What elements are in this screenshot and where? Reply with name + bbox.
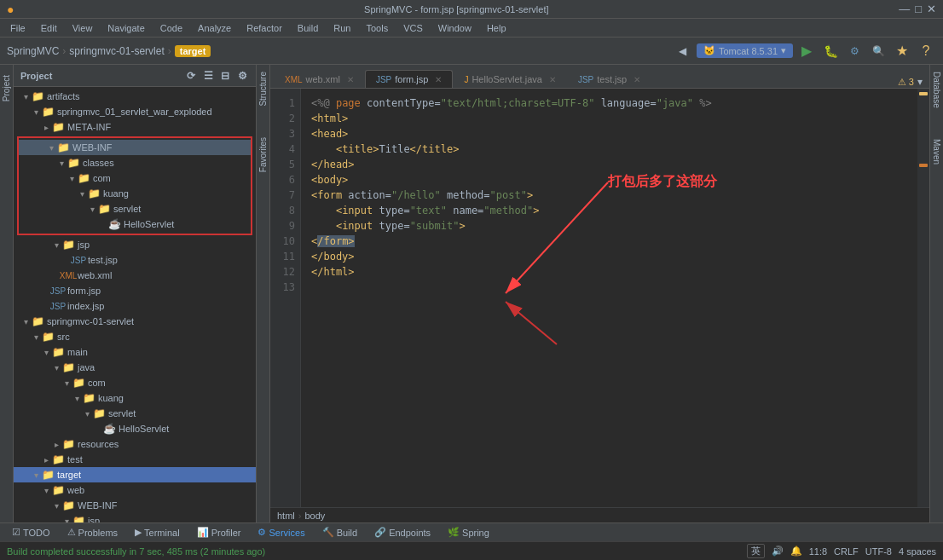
search-btn[interactable]: 🔍 (868, 41, 888, 61)
menu-item-file[interactable]: File (3, 21, 32, 35)
folder-main-icon: 📁 (51, 345, 65, 359)
folder-com2-icon: 📁 (72, 376, 85, 390)
tree-item-jsp2[interactable]: ▾ 📁 jsp (14, 513, 256, 522)
arrow-springmvc01: ▾ (20, 317, 31, 326)
tree-item-formjsp1[interactable]: JSP form.jsp (14, 283, 256, 298)
code-line-3: <head> (311, 126, 907, 141)
collapse-icon[interactable]: ⊟ (218, 69, 232, 83)
breadcrumb-springmvc[interactable]: SpringMVC (7, 45, 59, 57)
tree-item-servlet2[interactable]: ▾ 📁 servlet (14, 406, 256, 421)
tree-item-indexjsp1[interactable]: JSP index.jsp (14, 298, 256, 314)
menu-item-edit[interactable]: Edit (34, 21, 64, 35)
build-btn[interactable]: ⚙ (844, 41, 865, 61)
tree-item-test[interactable]: ▸ 📁 test (14, 452, 256, 467)
menu-item-vcs[interactable]: VCS (396, 21, 430, 35)
tab-formjsp-close[interactable]: ✕ (435, 75, 442, 84)
arrow-test: ▸ (41, 455, 51, 465)
favorites-tab[interactable]: Favorites (257, 130, 269, 179)
tree-item-classes[interactable]: ▾ 📁 classes (19, 155, 251, 170)
tree-item-kuang2[interactable]: ▾ 📁 kuang (14, 390, 256, 406)
tree-item-web[interactable]: ▾ 📁 web (14, 482, 256, 498)
web-label: web (67, 485, 84, 495)
run-btn[interactable]: ▶ (796, 41, 817, 61)
tree-item-artifacts[interactable]: ▾ 📁 artifacts (14, 89, 256, 104)
expand-editor-icon[interactable]: ▾ (917, 76, 923, 88)
todo-btn[interactable]: ☑ TODO (3, 525, 59, 540)
menu-item-view[interactable]: View (66, 21, 100, 35)
tree-item-com1[interactable]: ▾ 📁 com (19, 170, 251, 186)
tree-item-jsp1[interactable]: ▾ 📁 jsp (14, 237, 256, 252)
tab-formjsp[interactable]: JSP form.jsp ✕ (365, 70, 453, 88)
tree-item-exploded[interactable]: ▾ 📁 springmvc_01_servlet_war_exploded (14, 104, 256, 119)
tab-helloservlet-close[interactable]: ✕ (549, 75, 556, 84)
tree-item-meta-inf[interactable]: ▸ 📁 META-INF (14, 119, 256, 135)
tree-item-helloservlet2[interactable]: ☕ HelloServlet (14, 421, 256, 436)
tree-item-webxml1[interactable]: XML web.xml (14, 268, 256, 283)
title-bar-title: SpringMVC - form.jsp [springmvc-01-servl… (364, 4, 548, 14)
toolbar-nav-back[interactable]: ◀ (673, 41, 693, 61)
menu-item-help[interactable]: Help (480, 21, 513, 35)
sync-icon[interactable]: ⟳ (184, 69, 198, 83)
problems-btn[interactable]: ⚠ Problems (59, 525, 126, 540)
database-tab[interactable]: Database (930, 68, 943, 112)
line-ending-indicator[interactable]: CRLF (834, 546, 859, 557)
tab-webxml[interactable]: XML web.xml ✕ (274, 70, 365, 88)
build-btn[interactable]: 🔨 Build (314, 525, 366, 540)
menu-item-build[interactable]: Build (291, 21, 325, 35)
tree-item-web-inf[interactable]: ▾ 📁 WEB-INF (19, 140, 251, 155)
menu-item-analyze[interactable]: Analyze (191, 21, 238, 35)
tab-helloservlet[interactable]: J HelloServlet.java ✕ (453, 70, 567, 88)
menu-item-run[interactable]: Run (327, 21, 357, 35)
tree-item-src[interactable]: ▾ 📁 src (14, 329, 256, 344)
lang-indicator[interactable]: 英 (747, 544, 765, 558)
maven-tab[interactable]: Maven (930, 129, 943, 175)
minimize-btn[interactable]: — (899, 3, 910, 15)
debug-btn[interactable]: 🐛 (820, 41, 841, 61)
tree-item-main[interactable]: ▾ 📁 main (14, 344, 256, 360)
spring-btn[interactable]: 🌿 Spring (439, 525, 498, 540)
menu-item-tools[interactable]: Tools (359, 21, 395, 35)
menu-item-code[interactable]: Code (153, 21, 189, 35)
menu-item-refactor[interactable]: Refactor (240, 21, 289, 35)
tree-item-helloservlet1[interactable]: ☕ HelloServlet (19, 216, 251, 232)
tree-item-springmvc01[interactable]: ▾ 📁 springmvc-01-servlet (14, 314, 256, 329)
encoding-indicator[interactable]: UTF-8 (865, 546, 892, 557)
services-btn[interactable]: ⚙ Services (249, 525, 313, 540)
terminal-btn[interactable]: ▶ Terminal (126, 525, 188, 540)
tomcat-icon: 🐱 (703, 45, 715, 56)
tomcat-selector[interactable]: 🐱 Tomcat 8.5.31 ▾ (697, 43, 793, 58)
menu-item-window[interactable]: Window (431, 21, 478, 35)
close-btn[interactable]: ✕ (927, 3, 936, 15)
help-btn[interactable]: ? (916, 41, 936, 61)
folder-java-icon: 📁 (61, 361, 75, 374)
tree-item-java[interactable]: ▾ 📁 java (14, 360, 256, 375)
gear-icon[interactable]: ⚙ (235, 69, 249, 83)
filter-icon[interactable]: ☰ (201, 69, 215, 83)
webxml1-label: web.xml (78, 270, 112, 280)
breadcrumb-servlet[interactable]: springmvc-01-servlet (69, 45, 164, 57)
code-content[interactable]: <%@ page contentType="text/html;charset=… (301, 89, 917, 507)
indent-indicator[interactable]: 4 spaces (899, 546, 936, 557)
tree-item-kuang1[interactable]: ▾ 📁 kuang (19, 186, 251, 201)
tree-item-com2[interactable]: ▾ 📁 com (14, 375, 256, 390)
tab-testjsp[interactable]: JSP test.jsp ✕ (567, 70, 651, 88)
arrow-exploded: ▾ (31, 107, 41, 117)
arrow-com1: ▾ (67, 174, 77, 183)
tree-item-servlet1[interactable]: ▾ 📁 servlet (19, 201, 251, 216)
sidebar-tab-project[interactable]: Project (0, 72, 13, 105)
tab-webxml-close[interactable]: ✕ (347, 75, 354, 84)
tree-item-target[interactable]: ▾ 📁 target (14, 467, 256, 482)
notification-icon[interactable]: 🔔 (790, 546, 802, 557)
todo-icon: ☑ (12, 527, 20, 538)
tree-item-testjsp1[interactable]: JSP test.jsp (14, 252, 256, 268)
structure-tab[interactable]: Structure (257, 65, 269, 113)
breadcrumb-target[interactable]: target (175, 45, 211, 57)
tree-item-web-inf2[interactable]: ▾ 📁 WEB-INF (14, 498, 256, 513)
menu-item-navigate[interactable]: Navigate (101, 21, 151, 35)
tab-testjsp-close[interactable]: ✕ (633, 75, 640, 84)
maximize-btn[interactable]: □ (915, 3, 922, 15)
tree-item-resources[interactable]: ▸ 📁 resources (14, 436, 256, 452)
settings-btn[interactable]: ★ (892, 41, 912, 61)
profiler-btn[interactable]: 📊 Profiler (188, 525, 250, 540)
endpoints-btn[interactable]: 🔗 Endpoints (366, 525, 439, 540)
